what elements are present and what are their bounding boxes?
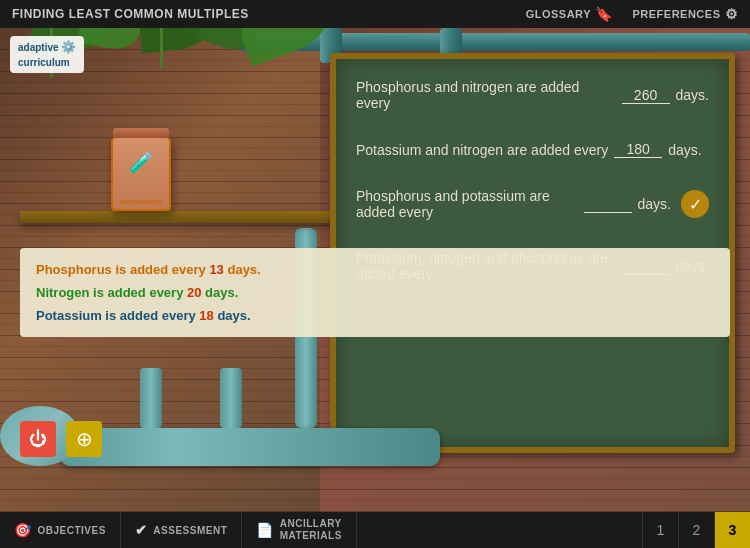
top-bar-right: GLOSSARY 🔖 PREFERENCES ⚙ <box>526 6 738 22</box>
info-box: Phosphorus is added every 13 days. Nitro… <box>20 248 730 337</box>
leaf-2 <box>77 28 143 53</box>
info-potassium-prefix: Potassium is added every <box>36 308 199 323</box>
chalk-line-1-text2: days. <box>676 87 709 103</box>
info-potassium-suffix: days. <box>214 308 251 323</box>
assessment-icon: ✔ <box>135 522 148 538</box>
info-nitrogen-num: 20 <box>187 285 201 300</box>
canister-phosphorus-label: PHOSPHORUS <box>120 199 162 205</box>
ancillary-label-container: ANCILLARY MATERIALS <box>280 518 342 542</box>
gear-icon: ⚙ <box>725 6 739 22</box>
page-numbers: 1 2 3 <box>642 512 750 548</box>
info-phosphorus-suffix: days. <box>224 262 261 277</box>
page-title: FINDING LEAST COMMON MULTIPLES <box>12 7 249 21</box>
assessment-label: ASSESSMENT <box>153 525 227 536</box>
check-icon: ✓ <box>689 195 702 214</box>
info-phosphorus-num: 13 <box>209 262 223 277</box>
canister-phosphorus-body: 🧪 PHOSPHORUS <box>111 136 171 211</box>
nav-ancillary[interactable]: 📄 ANCILLARY MATERIALS <box>242 512 357 548</box>
chalk-line-2-text2: days. <box>668 142 701 158</box>
info-phosphorus-line: Phosphorus is added every 13 days. <box>36 262 714 277</box>
ancillary-label-line2: MATERIALS <box>280 530 342 542</box>
leaf-5 <box>233 28 336 67</box>
info-phosphorus-prefix: Phosphorus is added every <box>36 262 209 277</box>
chalk-line-3-text2: days. <box>638 196 671 212</box>
power-icon: ⏻ <box>29 429 47 450</box>
preferences-button[interactable]: PREFERENCES ⚙ <box>632 6 738 22</box>
bottom-actions: ⏻ ⊕ <box>20 421 102 457</box>
glossary-label: GLOSSARY <box>526 8 591 20</box>
canister-phosphorus-lid <box>113 128 169 138</box>
chalk-line-2: Potassium and nitrogen are added every d… <box>356 141 709 158</box>
page-1[interactable]: 1 <box>642 512 678 548</box>
page-2[interactable]: 2 <box>678 512 714 548</box>
chalk-line-1-text1: Phosphorus and nitrogen are added every <box>356 79 616 111</box>
objectives-icon: 🎯 <box>14 522 32 538</box>
ancillary-label-line1: ANCILLARY <box>280 518 342 530</box>
check-button[interactable]: ✓ <box>681 190 709 218</box>
ancillary-icon: 📄 <box>256 522 274 538</box>
objectives-label: OBJECTIVES <box>38 525 106 536</box>
chalk-line-2-text1: Potassium and nitrogen are added every <box>356 142 608 158</box>
vine-2 <box>160 28 163 68</box>
bottom-tube-large <box>60 428 440 466</box>
chalk-input-2[interactable] <box>614 141 662 158</box>
canister-phosphorus: 🧪 PHOSPHORUS <box>30 128 252 211</box>
top-bar: FINDING LEAST COMMON MULTIPLES GLOSSARY … <box>0 0 750 28</box>
logo-text-line2: curriculum <box>18 56 76 69</box>
pipe-v-tube2 <box>220 368 242 428</box>
nav-assessment[interactable]: ✔ ASSESSMENT <box>121 512 242 548</box>
canister-phosphorus-icon: 🧪 <box>129 150 154 174</box>
page-3-active[interactable]: 3 <box>714 512 750 548</box>
chalk-line-1: Phosphorus and nitrogen are added every … <box>356 79 709 111</box>
nav-objectives[interactable]: 🎯 OBJECTIVES <box>0 512 121 548</box>
power-button[interactable]: ⏻ <box>20 421 56 457</box>
add-button[interactable]: ⊕ <box>66 421 102 457</box>
info-potassium-num: 18 <box>199 308 213 323</box>
info-nitrogen-suffix: days. <box>201 285 238 300</box>
glossary-button[interactable]: GLOSSARY 🔖 <box>526 6 613 22</box>
glossary-icon: 🔖 <box>595 6 613 22</box>
pipe-v-tube1 <box>140 368 162 428</box>
chalk-input-1[interactable] <box>622 87 670 104</box>
logo-text-line1: adaptive <box>18 41 59 54</box>
chalk-line-3-text1: Phosphorus and potassium are added every <box>356 188 578 220</box>
main-content: adaptive ⚙️ curriculum 🧪 PHOSP <box>0 28 750 512</box>
bottom-nav: 🎯 OBJECTIVES ✔ ASSESSMENT 📄 ANCILLARY MA… <box>0 512 750 548</box>
preferences-label: PREFERENCES <box>632 8 720 20</box>
logo-icon: ⚙️ <box>61 40 76 56</box>
add-icon: ⊕ <box>76 427 93 451</box>
info-nitrogen-prefix: Nitrogen is added every <box>36 285 187 300</box>
info-nitrogen-line: Nitrogen is added every 20 days. <box>36 285 714 300</box>
info-potassium-line: Potassium is added every 18 days. <box>36 308 714 323</box>
logo: adaptive ⚙️ curriculum <box>10 36 84 73</box>
chalk-line-3: Phosphorus and potassium are added every… <box>356 188 709 220</box>
chalk-input-3[interactable] <box>584 196 632 213</box>
